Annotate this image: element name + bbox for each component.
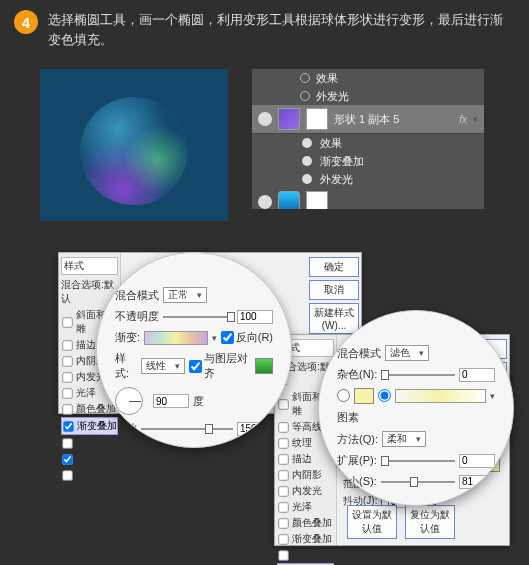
step-header: 4 选择椭圆工具，画一个椭圆，利用变形工具根据球体形状进行变形，最后进行渐变色填… — [0, 0, 529, 53]
step-instruction: 选择椭圆工具，画一个椭圆，利用变形工具根据球体形状进行变形，最后进行渐变色填充。 — [48, 10, 515, 49]
ok-button[interactable]: 确定 — [309, 257, 359, 277]
layer-effect-row: 效果 — [252, 69, 484, 87]
blend-mode-field: 混合模式 滤色▾ — [337, 345, 495, 361]
layer-effect-row[interactable]: 效果 — [252, 134, 484, 152]
glow-color-field: ▾ — [337, 388, 495, 404]
size-slider[interactable] — [381, 481, 455, 483]
gradient-radio[interactable] — [378, 389, 391, 404]
layer-name: 形状 1 副本 5 — [334, 112, 399, 127]
style-item-selected[interactable]: 渐变叠加 — [61, 417, 118, 435]
fx-badge[interactable]: fx — [459, 114, 467, 125]
sidebar-header: 样式 — [61, 257, 118, 275]
layer-mask-icon — [306, 191, 328, 209]
angle-value[interactable] — [153, 394, 189, 408]
layer-gradient-row[interactable]: 渐变叠加 — [252, 152, 484, 170]
new-style-button[interactable]: 新建样式(W)... — [309, 303, 359, 334]
opacity-value[interactable] — [237, 310, 273, 324]
opacity-slider[interactable] — [163, 316, 233, 318]
blend-mode-select[interactable]: 正常▾ — [163, 287, 207, 303]
outerglow-label: 外发光 — [320, 172, 353, 187]
step-number-badge: 4 — [14, 10, 38, 34]
color-radio[interactable] — [337, 389, 350, 404]
gradient-field: 渐变: ▾ 反向(R) — [115, 330, 273, 345]
style-item[interactable]: 图案叠加 — [277, 547, 334, 563]
chevron-down-icon[interactable]: ▾ — [490, 391, 495, 401]
blend-mode-field: 混合模式 正常▾ — [115, 287, 273, 303]
chevron-down-icon: ▾ — [416, 434, 421, 444]
spread-value[interactable] — [459, 454, 495, 468]
style-item[interactable]: 颜色叠加 — [277, 515, 334, 531]
layer-thumb-icon — [278, 108, 300, 130]
layer-mask-icon — [306, 108, 328, 130]
style-item[interactable]: 内阴影 — [277, 467, 334, 483]
magnifier-outer-glow: 混合模式 滤色▾ 杂色(N): ▾ 图素 方法(Q): 柔和▾ 扩展(P): — [318, 310, 514, 506]
layer-outerglow-label: 外发光 — [316, 89, 349, 104]
style-item[interactable]: 内发光 — [277, 483, 334, 499]
noise-value[interactable] — [459, 368, 495, 382]
layer-thumb-icon — [278, 191, 300, 209]
magnifier-gradient-overlay: 混合模式 正常▾ 不透明度 渐变: ▾ 反向(R) 样式: 线性▾ 与图层对齐 — [96, 252, 292, 448]
layer-row-selected[interactable]: 形状 1 副本 5 fx ▾ — [252, 105, 484, 134]
artwork-preview — [40, 69, 228, 221]
noise-field: 杂色(N): — [337, 367, 495, 382]
style-item[interactable]: 图案叠加 — [61, 435, 118, 451]
visibility-eye-icon[interactable] — [302, 138, 312, 148]
gradient-overlay-label: 渐变叠加 — [320, 154, 364, 169]
gradient-picker[interactable] — [144, 331, 208, 345]
layer-effect-label: 效果 — [316, 71, 338, 86]
chevron-down-icon[interactable]: ▾ — [473, 114, 478, 124]
size-field: 大小(S): — [337, 474, 495, 489]
gradient-style-select[interactable]: 线性▾ — [141, 358, 185, 374]
method-field: 方法(Q): 柔和▾ — [337, 431, 495, 447]
layers-panel[interactable]: 效果 外发光 形状 1 副本 5 fx ▾ 效果 渐变叠加 外发光 — [252, 69, 484, 209]
angle-field: 度 — [115, 387, 273, 415]
orb-shape — [80, 97, 188, 205]
layer-outerglow-row2[interactable]: 外发光 — [252, 170, 484, 188]
align-checkbox[interactable]: 与图层对齐 — [189, 351, 251, 381]
effect-dot-icon — [300, 73, 310, 83]
effect-dot-icon — [300, 91, 310, 101]
style-item[interactable]: 投影 — [61, 467, 118, 483]
chevron-down-icon: ▾ — [197, 290, 202, 300]
color-swatch[interactable] — [354, 388, 374, 404]
color-swatch[interactable] — [255, 358, 273, 374]
style-item[interactable]: 描边 — [277, 451, 334, 467]
visibility-eye-icon[interactable] — [302, 156, 312, 166]
chevron-down-icon: ▾ — [419, 348, 424, 358]
visibility-eye-icon[interactable] — [258, 112, 272, 126]
angle-dial-icon[interactable] — [115, 387, 143, 415]
set-default-button[interactable]: 设置为默认值 — [347, 505, 397, 539]
scale-value[interactable] — [237, 422, 273, 436]
layer-outerglow-row: 外发光 — [252, 87, 484, 105]
opacity-field: 不透明度 — [115, 309, 273, 324]
scale-slider[interactable] — [141, 428, 233, 430]
visibility-eye-icon[interactable] — [302, 174, 312, 184]
reset-default-button[interactable]: 复位为默认值 — [405, 505, 455, 539]
style-item[interactable]: 光泽 — [277, 499, 334, 515]
chevron-down-icon[interactable]: ▾ — [212, 333, 217, 343]
spread-field: 扩展(P): — [337, 453, 495, 468]
style-item[interactable]: 渐变叠加 — [277, 531, 334, 547]
method-select[interactable]: 柔和▾ — [382, 431, 426, 447]
chevron-down-icon: ▾ — [175, 361, 180, 371]
effect-label: 效果 — [320, 136, 342, 151]
layer-row-below[interactable] — [252, 188, 484, 209]
noise-slider[interactable] — [381, 374, 455, 376]
style-item[interactable]: 外发光 — [61, 451, 118, 467]
preview-row: 效果 外发光 形状 1 副本 5 fx ▾ 效果 渐变叠加 外发光 — [0, 53, 529, 221]
cancel-button[interactable]: 取消 — [309, 280, 359, 300]
reverse-checkbox[interactable]: 反向(R) — [221, 330, 273, 345]
scale-field: 缩放 — [115, 421, 273, 436]
element-header: 图素 — [337, 410, 495, 425]
blend-mode-select[interactable]: 滤色▾ — [385, 345, 429, 361]
glow-gradient-picker[interactable] — [395, 389, 486, 403]
spread-slider[interactable] — [381, 460, 455, 462]
style-item[interactable]: 颜色叠加 — [61, 401, 118, 417]
visibility-eye-icon[interactable] — [258, 195, 272, 209]
style-field: 样式: 线性▾ 与图层对齐 — [115, 351, 273, 381]
